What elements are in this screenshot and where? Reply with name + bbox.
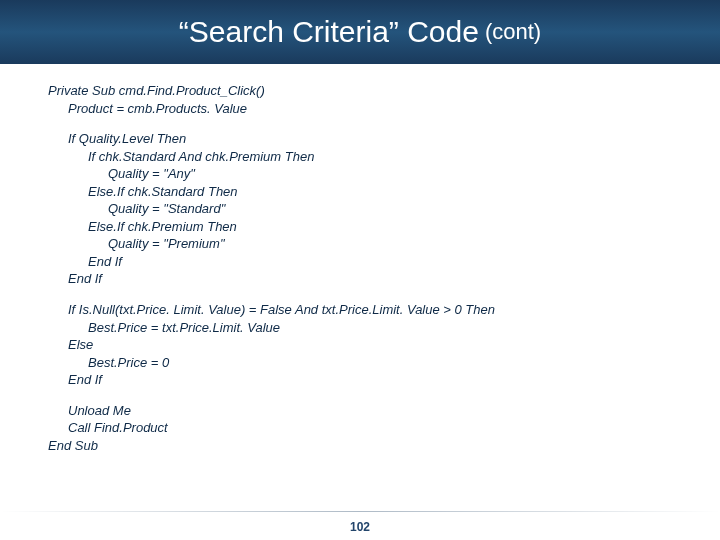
slide-title-main: “Search Criteria” Code [179,15,479,49]
page-number: 102 [0,520,720,534]
code-line: Quality = "Premium" [48,235,672,253]
code-line: End Sub [48,437,672,455]
code-line: Quality = "Standard" [48,200,672,218]
code-line: Private Sub cmd.Find.Product_Click() [48,82,672,100]
code-line: Best.Price = txt.Price.Limit. Value [48,319,672,337]
code-line: Else.If chk.Standard Then [48,183,672,201]
code-line: If Quality.Level Then [48,130,672,148]
code-line: If Is.Null(txt.Price. Limit. Value) = Fa… [48,301,672,319]
code-line: End If [48,371,672,389]
code-line: Product = cmb.Products. Value [48,100,672,118]
code-line: End If [48,270,672,288]
code-line: Best.Price = 0 [48,354,672,372]
slide-title-cont: (cont) [485,19,541,45]
code-line: Else [48,336,672,354]
code-line: Else.If chk.Premium Then [48,218,672,236]
code-line: Unload Me [48,402,672,420]
code-line: Call Find.Product [48,419,672,437]
footer-divider [0,511,720,512]
code-line: End If [48,253,672,271]
code-block: Private Sub cmd.Find.Product_Click()Prod… [0,64,720,454]
code-line: Quality = "Any" [48,165,672,183]
code-line: If chk.Standard And chk.Premium Then [48,148,672,166]
slide-header: “Search Criteria” Code (cont) [0,0,720,64]
